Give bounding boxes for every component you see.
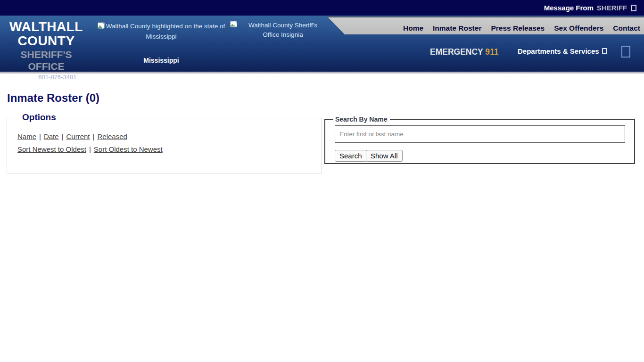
nav-item-press-releases[interactable]: Press Releases [491,24,545,33]
filter-link-name[interactable]: Name [17,132,36,140]
departments-services-menu[interactable]: Departments & Services [518,47,607,55]
org-name-line1: WALTHALL [5,20,88,34]
org-name-line3: SHERIFF'S OFFICE [5,49,88,72]
options-title: Options [19,112,59,123]
emergency-number: 911 [485,47,498,57]
filter-link-date[interactable]: Date [44,132,59,140]
county-map-alt-text: Walthall County highlighted on the state… [106,23,225,40]
nav-item-contact[interactable]: Contact [613,24,640,33]
nav-item-home[interactable]: Home [403,24,423,33]
separator: | [86,145,94,153]
search-by-name-panel: Search By Name Search Show All [324,119,635,164]
nav-item-inmate-roster[interactable]: Inmate Roster [433,24,481,33]
options-panel: Options Name|Date|Current|Released Sort … [7,118,322,173]
page: Message From SHERIFF Home Inmate Roster … [0,0,644,362]
search-button[interactable]: Search [335,150,367,162]
nav-item-sex-offenders[interactable]: Sex Offenders [554,24,603,33]
sort-link-newest-to-oldest[interactable]: Sort Newest to Oldest [17,145,86,153]
site-header: Home Inmate Roster Press Releases Sex Of… [0,16,644,72]
top-message-bar: Message From SHERIFF [0,0,644,16]
broken-image-icon [230,21,237,40]
phone-label: Phone: [16,74,37,81]
separator: | [36,132,44,140]
page-title: Inmate Roster (0) [7,91,99,105]
insignia-image-placeholder: Walthall County Sheriff's Office Insigni… [230,21,324,40]
missing-icon-box[interactable] [621,46,630,58]
sort-link-oldest-to-newest[interactable]: Sort Oldest to Newest [94,145,163,153]
state-label: Mississippi [96,57,227,64]
separator: | [59,132,66,140]
message-from-label: Message From [544,4,594,12]
main-navigation: Home Inmate Roster Press Releases Sex Of… [327,16,644,34]
insignia-alt-text: Walthall County Sheriff's Office Insigni… [241,21,324,40]
show-all-button[interactable]: Show All [366,150,403,162]
phone-number-link[interactable]: 601-876-3481 [38,74,76,81]
county-map-image-placeholder: Walthall County highlighted on the state… [96,22,227,41]
emergency-911: EMERGENCY 911 [430,47,499,57]
chevron-missing-glyph-icon [602,48,607,54]
filter-link-released[interactable]: Released [97,132,127,140]
sheriff-message-link[interactable]: SHERIFF [597,4,627,12]
org-name-line2: COUNTY [5,34,88,48]
header-divider [0,72,644,74]
search-panel-legend: Search By Name [333,115,390,123]
separator: | [90,132,98,140]
sort-links-row: Sort Newest to Oldest|Sort Oldest to New… [17,145,163,153]
phone-row: Phone: 601-876-3481 [5,74,88,81]
search-name-input[interactable] [335,125,625,143]
broken-image-icon [98,22,105,32]
filter-links-row: Name|Date|Current|Released [17,132,127,140]
missing-glyph-icon [631,5,636,11]
filter-link-current[interactable]: Current [66,132,90,140]
departments-label: Departments & Services [518,47,599,55]
emergency-label: EMERGENCY [430,47,483,57]
